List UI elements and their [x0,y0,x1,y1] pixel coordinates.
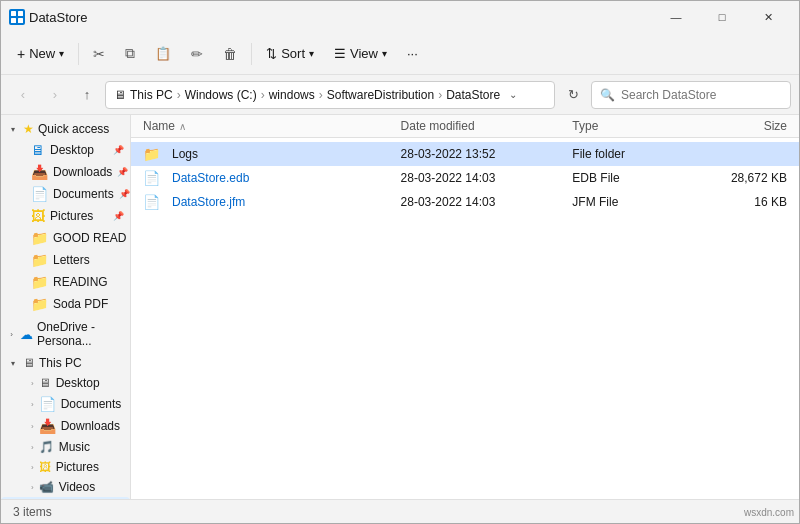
sidebar-section-onedrive: › ☁ OneDrive - Persona... [1,317,130,351]
toolbar: + New ▾ ✂ ⧉ 📋 ✏ 🗑 ⇅ Sort ▾ ☰ View ▾ ··· [1,33,799,75]
more-icon: ··· [407,46,418,61]
delete-icon: 🗑 [223,46,237,62]
search-input[interactable] [621,88,782,102]
close-button[interactable]: ✕ [745,1,791,33]
downloads-folder-icon: 📥 [31,164,48,180]
quick-access-expand-icon: ▾ [7,123,19,135]
view-icon: ☰ [334,46,346,61]
videos-pc-expand-icon: › [31,483,34,492]
table-row[interactable]: 📄 DataStore.jfm 28-03-2022 14:03 JFM Fil… [131,190,799,214]
new-button[interactable]: + New ▾ [9,41,72,67]
sidebar-item-documents-qa[interactable]: 📄 Documents 📌 [1,183,130,205]
sidebar-item-videos-pc[interactable]: › 📹 Videos [1,477,130,497]
rename-button[interactable]: ✏ [183,41,211,67]
back-button[interactable]: ‹ [9,81,37,109]
sidebar-item-documents-pc-label: Documents [61,397,122,411]
sidebar-item-reading-qa-label: READING [53,275,108,289]
titlebar-left: DataStore [9,9,88,25]
sidebar-item-videos-pc-label: Videos [59,480,95,494]
sidebar-item-goodread-qa[interactable]: 📁 GOOD READ [1,227,130,249]
content-area: ▾ ★ Quick access 🖥 Desktop 📌 📥 Downloads… [1,115,799,499]
this-pc-header[interactable]: ▾ 🖥 This PC [1,353,130,373]
refresh-button[interactable]: ↻ [559,81,587,109]
pin-icon: 📌 [113,145,124,155]
folder-icon-logs: 📁 [143,146,160,162]
pictures-pc-expand-icon: › [31,463,34,472]
sidebar-item-music-pc[interactable]: › 🎵 Music [1,437,130,457]
table-row[interactable]: 📄 DataStore.edb 28-03-2022 14:03 EDB Fil… [131,166,799,190]
onedrive-cloud-icon: ☁ [20,327,33,342]
sort-icon: ⇅ [266,46,277,61]
app-icon [9,9,25,25]
sidebar-item-pictures-qa[interactable]: 🖼 Pictures 📌 [1,205,130,227]
copy-icon: ⧉ [125,45,135,62]
desktop-pc-icon: 🖥 [39,376,51,390]
pin-icon-2: 📌 [117,167,128,177]
pictures-folder-icon: 🖼 [31,208,45,224]
cut-icon: ✂ [93,46,105,62]
column-name[interactable]: Name ∧ [143,119,401,133]
addressbar: ‹ › ↑ 🖥 This PC › Windows (C:) › windows… [1,75,799,115]
sidebar-item-pictures-pc-label: Pictures [56,460,99,474]
onedrive-expand-icon: › [7,328,16,340]
sidebar-item-pictures-qa-label: Pictures [50,209,93,223]
column-size[interactable]: Size [701,119,787,133]
sidebar-item-desktop-pc-label: Desktop [56,376,100,390]
search-box[interactable]: 🔍 [591,81,791,109]
onedrive-header[interactable]: › ☁ OneDrive - Persona... [1,317,130,351]
documents-pc-expand-icon: › [31,400,34,409]
column-date[interactable]: Date modified [401,119,573,133]
file-type-edb: EDB File [572,171,701,185]
quick-access-label: Quick access [38,122,109,136]
file-type-logs: File folder [572,147,701,161]
music-pc-icon: 🎵 [39,440,54,454]
sidebar-item-downloads-qa[interactable]: 📥 Downloads 📌 [1,161,130,183]
more-button[interactable]: ··· [399,41,426,66]
toolbar-sep-2 [251,43,252,65]
file-size-edb: 28,672 KB [701,171,787,185]
sort-button[interactable]: ⇅ Sort ▾ [258,41,322,66]
minimize-button[interactable]: — [653,1,699,33]
name-sort-arrow: ∧ [179,121,186,132]
reading-folder-icon: 📁 [31,274,48,290]
delete-button[interactable]: 🗑 [215,41,245,67]
onedrive-label: OneDrive - Persona... [37,320,124,348]
this-pc-icon: 🖥 [23,356,35,370]
paste-button[interactable]: 📋 [147,41,179,66]
column-type[interactable]: Type [572,119,701,133]
titlebar: DataStore — □ ✕ [1,1,799,33]
paste-icon: 📋 [155,46,171,61]
maximize-button[interactable]: □ [699,1,745,33]
sidebar-item-reading-qa[interactable]: 📁 READING [1,271,130,293]
forward-button[interactable]: › [41,81,69,109]
downloads-pc-expand-icon: › [31,422,34,431]
file-date-jfm: 28-03-2022 14:03 [401,195,573,209]
sidebar-item-letters-qa[interactable]: 📁 Letters [1,249,130,271]
copy-button[interactable]: ⧉ [117,40,143,67]
sidebar-item-documents-qa-label: Documents [53,187,114,201]
downloads-pc-icon: 📥 [39,418,56,434]
statusbar: 3 items [1,499,799,523]
cut-button[interactable]: ✂ [85,41,113,67]
sidebar-item-documents-pc[interactable]: › 📄 Documents [1,393,130,415]
sidebar-item-downloads-pc-label: Downloads [61,419,120,433]
table-row[interactable]: 📁 Logs 28-03-2022 13:52 File folder [131,142,799,166]
sidebar-item-desktop-pc[interactable]: › 🖥 Desktop [1,373,130,393]
sidebar-item-sodapdf-qa[interactable]: 📁 Soda PDF [1,293,130,315]
pictures-pc-icon: 🖼 [39,460,51,474]
quick-access-header[interactable]: ▾ ★ Quick access [1,119,130,139]
sidebar-item-downloads-pc[interactable]: › 📥 Downloads [1,415,130,437]
sidebar-item-desktop-qa[interactable]: 🖥 Desktop 📌 [1,139,130,161]
sidebar-item-goodread-qa-label: GOOD READ [53,231,126,245]
up-button[interactable]: ↑ [73,81,101,109]
sodapdf-folder-icon: 📁 [31,296,48,312]
videos-pc-icon: 📹 [39,480,54,494]
sidebar-item-downloads-qa-label: Downloads [53,165,112,179]
path-dropdown-icon[interactable]: ⌄ [504,86,522,104]
toolbar-sep-1 [78,43,79,65]
address-path[interactable]: 🖥 This PC › Windows (C:) › windows › Sof… [105,81,555,109]
this-pc-label: This PC [39,356,82,370]
sidebar-item-music-pc-label: Music [59,440,90,454]
view-button[interactable]: ☰ View ▾ [326,41,395,66]
sidebar-item-pictures-pc[interactable]: › 🖼 Pictures [1,457,130,477]
